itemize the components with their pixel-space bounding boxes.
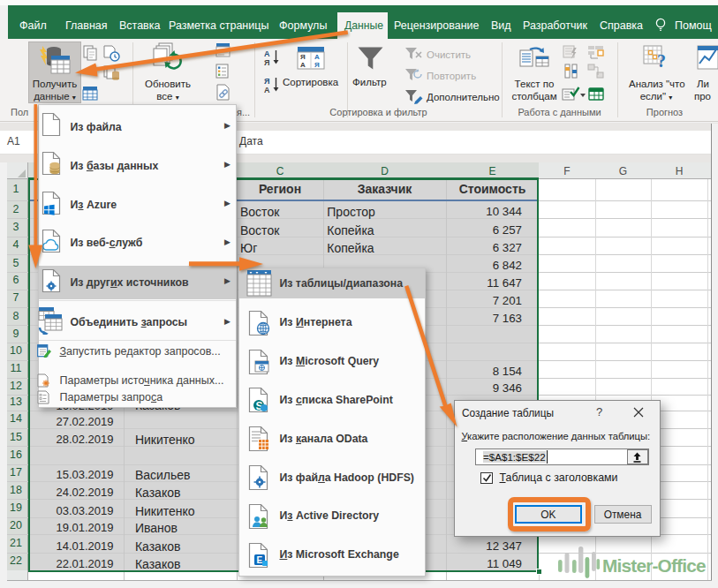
svg-text:А: А [264, 86, 270, 94]
svg-text:Я: Я [264, 58, 269, 66]
svg-text:А: А [264, 49, 270, 58]
svg-text:?: ? [657, 51, 666, 71]
svg-text:E: E [257, 555, 263, 565]
svg-text:А: А [300, 61, 306, 69]
svg-text:Я: Я [264, 77, 269, 86]
svg-text:А: А [314, 53, 320, 61]
svg-text:Я: Я [314, 61, 320, 69]
svg-text:Mister-Office: Mister-Office [602, 555, 706, 576]
svg-text:Я: Я [300, 53, 306, 61]
